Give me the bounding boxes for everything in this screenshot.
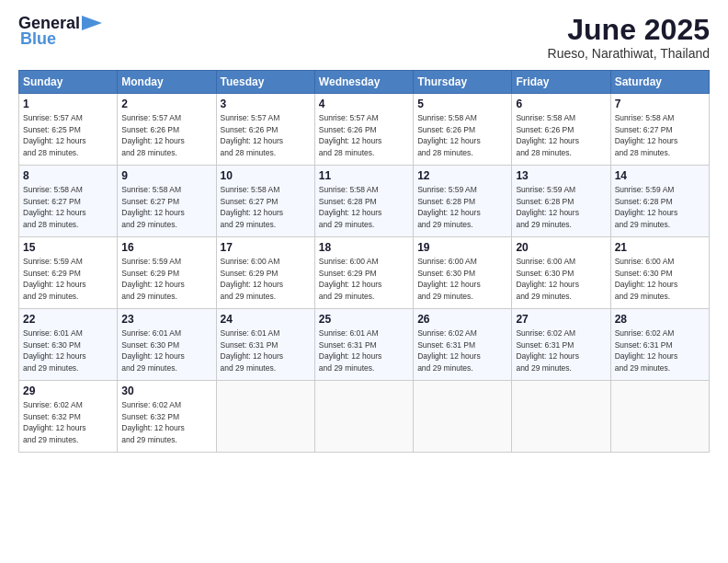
table-row: 20 Sunrise: 6:00 AM Sunset: 6:30 PM Dayl… <box>512 237 610 309</box>
table-row: 13 Sunrise: 5:59 AM Sunset: 6:28 PM Dayl… <box>512 166 610 237</box>
location: Rueso, Narathiwat, Thailand <box>548 46 710 61</box>
day-info: Sunrise: 6:01 AM Sunset: 6:30 PM Dayligh… <box>23 328 86 372</box>
day-info: Sunrise: 5:58 AM Sunset: 6:27 PM Dayligh… <box>221 185 284 228</box>
table-row: 2 Sunrise: 5:57 AM Sunset: 6:26 PM Dayli… <box>118 94 216 166</box>
day-info: Sunrise: 6:00 AM Sunset: 6:30 PM Dayligh… <box>417 257 481 300</box>
col-wednesday: Wednesday <box>314 71 413 94</box>
day-info: Sunrise: 6:01 AM Sunset: 6:31 PM Dayligh… <box>319 328 382 372</box>
day-info: Sunrise: 6:02 AM Sunset: 6:32 PM Dayligh… <box>121 400 185 443</box>
day-info: Sunrise: 6:00 AM Sunset: 6:29 PM Dayligh… <box>221 257 284 300</box>
col-thursday: Thursday <box>414 71 512 94</box>
page: General Blue June 2025 Rueso, Narathiwat… <box>0 0 728 563</box>
col-saturday: Saturday <box>610 71 709 94</box>
day-number: 3 <box>221 98 311 110</box>
calendar: Sunday Monday Tuesday Wednesday Thursday… <box>18 70 710 453</box>
day-number: 24 <box>221 313 311 326</box>
table-row: 21 Sunrise: 6:00 AM Sunset: 6:30 PM Dayl… <box>610 237 709 309</box>
day-number: 22 <box>23 313 113 326</box>
day-number: 25 <box>319 313 409 326</box>
table-row: 4 Sunrise: 5:57 AM Sunset: 6:26 PM Dayli… <box>314 94 413 166</box>
day-info: Sunrise: 6:00 AM Sunset: 6:30 PM Dayligh… <box>516 257 579 300</box>
day-info: Sunrise: 5:59 AM Sunset: 6:28 PM Dayligh… <box>417 185 481 228</box>
table-row <box>512 381 610 453</box>
table-row: 28 Sunrise: 6:02 AM Sunset: 6:31 PM Dayl… <box>610 309 709 381</box>
day-info: Sunrise: 6:02 AM Sunset: 6:31 PM Dayligh… <box>417 328 481 372</box>
day-number: 7 <box>615 98 705 110</box>
day-info: Sunrise: 5:57 AM Sunset: 6:26 PM Dayligh… <box>121 113 185 156</box>
day-number: 29 <box>23 385 113 397</box>
day-info: Sunrise: 5:57 AM Sunset: 6:26 PM Dayligh… <box>319 113 382 156</box>
day-info: Sunrise: 5:58 AM Sunset: 6:26 PM Dayligh… <box>417 113 481 156</box>
table-row: 8 Sunrise: 5:58 AM Sunset: 6:27 PM Dayli… <box>19 166 118 237</box>
logo: General Blue <box>18 14 102 49</box>
table-row: 19 Sunrise: 6:00 AM Sunset: 6:30 PM Dayl… <box>414 237 512 309</box>
calendar-header-row: Sunday Monday Tuesday Wednesday Thursday… <box>19 71 710 94</box>
day-info: Sunrise: 6:00 AM Sunset: 6:29 PM Dayligh… <box>319 257 382 300</box>
day-info: Sunrise: 5:59 AM Sunset: 6:28 PM Dayligh… <box>516 185 579 228</box>
svg-marker-0 <box>82 16 102 30</box>
day-number: 12 <box>417 169 507 182</box>
day-info: Sunrise: 6:02 AM Sunset: 6:32 PM Dayligh… <box>23 400 86 443</box>
table-row: 6 Sunrise: 5:58 AM Sunset: 6:26 PM Dayli… <box>512 94 610 166</box>
table-row <box>314 381 413 453</box>
header: General Blue June 2025 Rueso, Narathiwat… <box>18 14 710 61</box>
table-row: 12 Sunrise: 5:59 AM Sunset: 6:28 PM Dayl… <box>414 166 512 237</box>
col-friday: Friday <box>512 71 610 94</box>
table-row: 24 Sunrise: 6:01 AM Sunset: 6:31 PM Dayl… <box>216 309 314 381</box>
logo-arrow-icon <box>82 16 102 30</box>
table-row: 30 Sunrise: 6:02 AM Sunset: 6:32 PM Dayl… <box>118 381 216 453</box>
table-row: 29 Sunrise: 6:02 AM Sunset: 6:32 PM Dayl… <box>19 381 118 453</box>
table-row: 15 Sunrise: 5:59 AM Sunset: 6:29 PM Dayl… <box>19 237 118 309</box>
table-row: 1 Sunrise: 5:57 AM Sunset: 6:25 PM Dayli… <box>19 94 118 166</box>
table-row: 18 Sunrise: 6:00 AM Sunset: 6:29 PM Dayl… <box>314 237 413 309</box>
table-row <box>414 381 512 453</box>
day-info: Sunrise: 5:58 AM Sunset: 6:27 PM Dayligh… <box>615 113 678 156</box>
day-number: 28 <box>615 313 705 326</box>
table-row: 17 Sunrise: 6:00 AM Sunset: 6:29 PM Dayl… <box>216 237 314 309</box>
day-number: 6 <box>516 98 606 110</box>
table-row: 22 Sunrise: 6:01 AM Sunset: 6:30 PM Dayl… <box>19 309 118 381</box>
day-info: Sunrise: 5:58 AM Sunset: 6:27 PM Dayligh… <box>23 185 86 228</box>
day-info: Sunrise: 5:57 AM Sunset: 6:25 PM Dayligh… <box>23 113 86 156</box>
col-sunday: Sunday <box>19 71 118 94</box>
day-number: 27 <box>516 313 606 326</box>
day-number: 4 <box>319 98 409 110</box>
month-title: June 2025 <box>548 14 710 46</box>
day-number: 11 <box>319 169 409 182</box>
day-info: Sunrise: 5:58 AM Sunset: 6:28 PM Dayligh… <box>319 185 382 228</box>
day-number: 8 <box>23 169 113 182</box>
table-row: 5 Sunrise: 5:58 AM Sunset: 6:26 PM Dayli… <box>414 94 512 166</box>
day-number: 13 <box>516 169 606 182</box>
day-number: 15 <box>23 241 113 254</box>
day-info: Sunrise: 6:01 AM Sunset: 6:30 PM Dayligh… <box>121 328 185 372</box>
day-info: Sunrise: 6:00 AM Sunset: 6:30 PM Dayligh… <box>615 257 678 300</box>
table-row <box>610 381 709 453</box>
table-row: 23 Sunrise: 6:01 AM Sunset: 6:30 PM Dayl… <box>118 309 216 381</box>
day-info: Sunrise: 6:01 AM Sunset: 6:31 PM Dayligh… <box>221 328 284 372</box>
day-info: Sunrise: 5:59 AM Sunset: 6:29 PM Dayligh… <box>121 257 185 300</box>
logo-blue: Blue <box>20 29 56 49</box>
table-row: 27 Sunrise: 6:02 AM Sunset: 6:31 PM Dayl… <box>512 309 610 381</box>
day-info: Sunrise: 5:58 AM Sunset: 6:27 PM Dayligh… <box>121 185 185 228</box>
day-number: 2 <box>121 98 211 110</box>
table-row: 9 Sunrise: 5:58 AM Sunset: 6:27 PM Dayli… <box>118 166 216 237</box>
day-number: 10 <box>221 169 311 182</box>
table-row: 10 Sunrise: 5:58 AM Sunset: 6:27 PM Dayl… <box>216 166 314 237</box>
day-number: 16 <box>121 241 211 254</box>
table-row: 26 Sunrise: 6:02 AM Sunset: 6:31 PM Dayl… <box>414 309 512 381</box>
col-monday: Monday <box>118 71 216 94</box>
table-row: 14 Sunrise: 5:59 AM Sunset: 6:28 PM Dayl… <box>610 166 709 237</box>
day-info: Sunrise: 5:58 AM Sunset: 6:26 PM Dayligh… <box>516 113 579 156</box>
table-row: 7 Sunrise: 5:58 AM Sunset: 6:27 PM Dayli… <box>610 94 709 166</box>
day-number: 9 <box>121 169 211 182</box>
table-row: 25 Sunrise: 6:01 AM Sunset: 6:31 PM Dayl… <box>314 309 413 381</box>
table-row: 3 Sunrise: 5:57 AM Sunset: 6:26 PM Dayli… <box>216 94 314 166</box>
day-info: Sunrise: 5:59 AM Sunset: 6:28 PM Dayligh… <box>615 185 678 228</box>
day-number: 17 <box>221 241 311 254</box>
day-number: 20 <box>516 241 606 254</box>
day-info: Sunrise: 5:59 AM Sunset: 6:29 PM Dayligh… <box>23 257 86 300</box>
day-number: 14 <box>615 169 705 182</box>
day-number: 30 <box>121 385 211 397</box>
day-number: 26 <box>417 313 507 326</box>
day-number: 23 <box>121 313 211 326</box>
